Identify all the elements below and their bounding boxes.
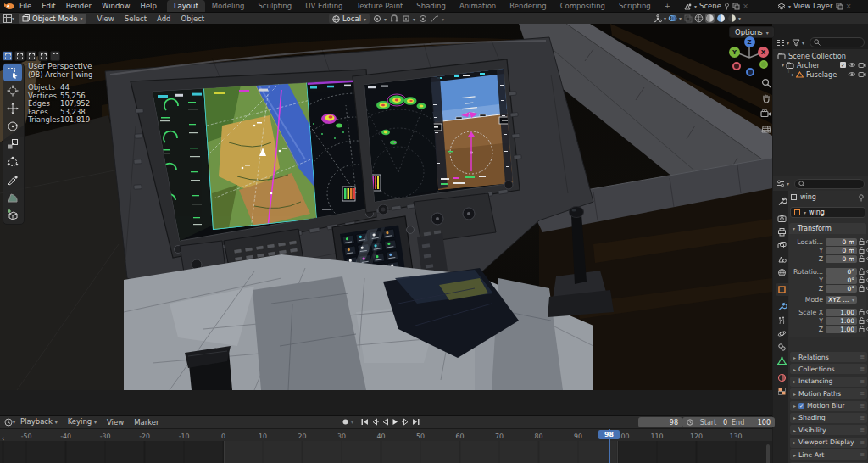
gizmo-x-axis[interactable]: X [758,47,769,58]
editor-type-icon[interactable] [3,14,12,23]
workspace-tab-animation[interactable]: Animation [453,0,503,12]
workspace-tab-shading[interactable]: Shading [409,0,453,12]
camera-view-icon[interactable] [760,107,772,120]
tab-object-data[interactable] [775,354,788,367]
timeline-menu-marker[interactable]: Marker [129,416,164,428]
falloff-curve-icon[interactable] [430,14,439,24]
jump-to-end-button[interactable] [411,417,420,427]
lock-open-icon[interactable] [859,309,865,315]
tab-view-layer[interactable] [775,239,788,252]
expanded-icon[interactable]: ▾ [782,62,784,68]
tab-tool[interactable] [775,195,788,208]
lock-open-icon[interactable] [859,326,865,332]
lock-open-icon[interactable] [859,276,865,283]
menu-render[interactable]: Render [61,0,97,12]
camera-icon[interactable] [858,62,866,68]
gizmo-x-neg[interactable] [732,62,741,70]
lock-open-icon[interactable] [859,238,865,245]
play-reverse-button[interactable] [381,417,390,427]
timeline-scrollbar[interactable] [766,444,770,463]
object-name-field[interactable]: ▾ wing [790,207,865,218]
tab-constraints[interactable] [775,341,788,354]
tab-output[interactable] [775,226,788,238]
properties-editor-icon[interactable] [776,179,785,188]
eye-icon[interactable] [848,71,856,77]
scale-x-row[interactable]: Scale X1.00 [789,308,868,316]
scale-y-row[interactable]: Y1.00 [789,316,868,325]
pivot-point-icon[interactable] [372,14,381,24]
section-viewport-display[interactable]: ▸Viewport Display≡ [790,438,867,448]
frame-start-field[interactable]: Start0 [682,417,732,427]
tool-add-cube[interactable] [3,206,22,224]
transform-orientation-dropdown[interactable]: Local ▾ [329,14,370,24]
workspace-tab-uv-editing[interactable]: UV Editing [298,0,349,12]
select-mode-new[interactable] [3,51,13,61]
add-workspace-button[interactable]: + [658,0,677,12]
shading-rendered-icon[interactable] [727,14,737,23]
menu-edit[interactable]: Edit [36,0,60,12]
transform-panel-header[interactable]: ▾Transform [789,223,866,234]
workspace-tab-texture-paint[interactable]: Texture Paint [350,0,410,12]
section-relations[interactable]: ▸Relations≡ [790,352,867,362]
tool-move[interactable] [3,99,22,117]
auto-keying-button[interactable] [341,417,350,427]
tool-transform[interactable] [3,153,22,170]
tab-material[interactable] [775,371,788,384]
rotation-y-row[interactable]: Y0° [789,276,868,284]
rotation-z-row[interactable]: Z0° [789,284,868,293]
mode-dropdown[interactable]: Object Mode ▾ [19,14,86,24]
tab-object[interactable] [776,283,788,296]
workspace-tab-modeling[interactable]: Modeling [205,0,252,12]
lock-open-icon[interactable] [859,255,865,262]
viewport-menu-add[interactable]: Add [152,13,175,25]
tab-scene[interactable] [775,253,788,265]
tab-world[interactable] [775,266,788,279]
properties-search-input[interactable] [794,179,865,189]
section-motion-blur[interactable]: ▸✓Motion Blur≡ [790,401,867,411]
viewport-menu-select[interactable]: Select [120,13,152,25]
workspace-tab-layout[interactable]: Layout [167,0,205,12]
show-gizmo-icon[interactable] [653,14,662,23]
tool-annotate[interactable] [3,170,22,188]
collapsed-icon[interactable]: ▸ [792,71,794,77]
current-frame-field[interactable]: 98 [638,417,682,427]
camera-icon[interactable] [858,71,866,77]
frame-end-field[interactable]: End100 [727,417,775,427]
select-mode-extend[interactable] [14,51,25,61]
location-x-row[interactable]: Locati...0 m [789,237,868,246]
gizmo-y-axis[interactable]: Y [729,47,740,58]
lock-open-icon[interactable] [859,317,865,324]
prev-keyframe-button[interactable] [370,417,380,427]
orthographic-grid-icon[interactable] [760,122,772,135]
location-y-row[interactable]: Y0 m [789,246,868,254]
outliner-display-mode-icon[interactable] [776,38,785,47]
section-shading[interactable]: ▸Shading≡ [790,413,867,423]
snap-target-icon[interactable] [401,14,410,24]
tool-scale[interactable] [3,135,22,153]
timeline-menu-keying[interactable]: Keying ▾ [63,416,102,428]
rotation-mode-dropdown[interactable]: XYZ ...▾ [826,296,857,304]
next-keyframe-button[interactable] [401,417,410,427]
tool-select-box[interactable] [3,64,22,81]
workspace-tab-sculpting[interactable]: Sculpting [251,0,298,12]
select-mode-subtract[interactable] [26,51,36,61]
tool-cursor[interactable] [3,81,22,99]
tool-measure[interactable] [3,188,22,206]
section-collections[interactable]: ▸Collections≡ [790,364,867,374]
checkbox-icon[interactable]: ✓ [840,62,846,68]
eye-icon[interactable] [848,62,856,68]
jump-to-start-button[interactable] [360,417,370,427]
tab-render[interactable] [775,212,788,225]
timeline-menu-view[interactable]: View [102,416,129,428]
pin-icon[interactable] [724,3,730,10]
menu-help[interactable]: Help [135,0,161,12]
rotation-mode-row[interactable]: ModeXYZ ...▾ [789,295,868,304]
rotation-x-row[interactable]: Rotatio...0° [789,267,868,276]
tab-physics[interactable] [775,327,788,340]
outliner-item-fuselage[interactable]: │ ▸ Fuselage [773,70,868,79]
lock-open-icon[interactable] [859,285,865,292]
outliner-filter-icon[interactable] [791,38,800,47]
location-z-row[interactable]: Z0 m [789,254,868,263]
viewport-menu-object[interactable]: Object [175,13,209,25]
section-instancing[interactable]: ▸Instancing≡ [790,377,867,387]
